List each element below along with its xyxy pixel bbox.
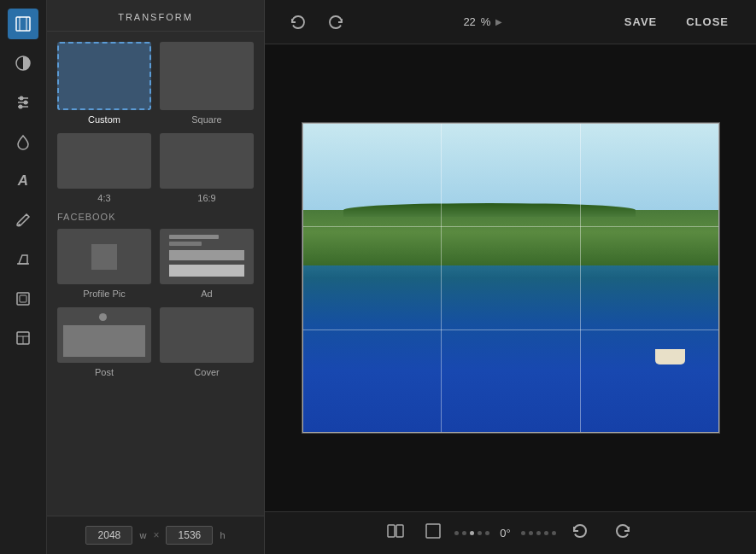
preset-profile-pic-label: Profile Pic	[83, 289, 126, 299]
save-button[interactable]: SAVE	[614, 10, 667, 33]
dot-r2	[529, 531, 533, 535]
zoom-value: 22	[463, 15, 475, 28]
width-label: w	[139, 530, 146, 540]
preset-post[interactable]: Post	[57, 307, 151, 377]
icon-panel[interactable]	[8, 323, 38, 353]
icon-erase[interactable]	[8, 244, 38, 275]
dots-left	[454, 531, 489, 535]
crop-button[interactable]	[417, 516, 449, 550]
preset-post-label: Post	[95, 367, 114, 377]
preset-custom[interactable]: Custom	[57, 42, 151, 125]
zoom-unit: %	[481, 15, 491, 28]
dot-4	[478, 531, 482, 535]
svg-point-10	[18, 224, 21, 226]
svg-rect-17	[388, 525, 395, 537]
canvas-wrapper	[265, 44, 756, 511]
svg-rect-0	[16, 17, 30, 31]
svg-point-7	[24, 101, 28, 105]
angle-value: 0°	[500, 527, 510, 539]
icon-sliders[interactable]	[8, 87, 38, 118]
rotate-right-button[interactable]	[604, 516, 642, 551]
preset-ad-label: Ad	[201, 289, 212, 299]
transform-panel: TRANSFORM Custom Square	[47, 0, 265, 554]
main-area: 22 % ▶ SAVE CLOSE	[265, 0, 756, 554]
preset-43[interactable]: 4:3	[57, 133, 151, 203]
dot-r1	[521, 531, 525, 535]
svg-rect-13	[20, 295, 26, 302]
icon-bar: A	[0, 0, 47, 554]
dot-r5	[552, 531, 556, 535]
redo-button[interactable]	[321, 9, 352, 36]
image-canvas[interactable]	[302, 122, 720, 434]
close-button[interactable]: CLOSE	[676, 10, 739, 33]
preset-square[interactable]: Square	[160, 42, 254, 125]
height-input[interactable]	[166, 526, 213, 545]
zoom-arrow-icon[interactable]: ▶	[495, 17, 502, 26]
dot-r4	[544, 531, 548, 535]
facebook-row1: Profile Pic Ad	[57, 229, 254, 299]
bottom-toolbar: 0°	[265, 511, 756, 554]
ocean-image	[302, 122, 720, 434]
svg-rect-19	[426, 524, 440, 538]
preset-169[interactable]: 16:9	[160, 133, 254, 203]
icon-text[interactable]: A	[8, 166, 38, 196]
icon-brush[interactable]	[8, 205, 38, 236]
width-input[interactable]	[85, 526, 132, 545]
svg-point-5	[20, 96, 24, 101]
preset-cover[interactable]: Cover	[160, 307, 254, 377]
svg-rect-12	[17, 293, 29, 305]
boat	[655, 349, 685, 364]
undo-button[interactable]	[282, 9, 313, 36]
sky-layer	[302, 123, 719, 210]
dot-3-active	[470, 531, 474, 535]
dot-r3	[536, 531, 541, 535]
top-toolbar: 22 % ▶ SAVE CLOSE	[265, 0, 756, 44]
dots-right	[521, 531, 556, 535]
facebook-row2: Post Cover	[57, 307, 254, 377]
preset-square-label: Square	[191, 114, 221, 125]
preset-profile-pic[interactable]: Profile Pic	[57, 229, 151, 299]
facebook-section-label: FACEBOOK	[57, 212, 254, 222]
dimension-separator: ×	[153, 529, 159, 541]
height-label: h	[220, 530, 225, 540]
preset-169-label: 16:9	[197, 193, 215, 203]
dot-2	[462, 531, 466, 535]
land-strip	[302, 210, 719, 265]
icon-frame[interactable]	[8, 283, 38, 314]
icon-adjust[interactable]	[8, 48, 38, 79]
preset-43-label: 4:3	[97, 193, 110, 203]
preset-custom-label: Custom	[88, 114, 120, 125]
svg-rect-18	[396, 525, 403, 537]
preset-cover-label: Cover	[194, 367, 219, 377]
dot-5	[485, 531, 489, 535]
icon-transform[interactable]	[8, 9, 38, 39]
preset-row-ratio: 4:3 16:9	[57, 133, 254, 203]
panel-content: Custom Square 4:3 16:9	[47, 32, 264, 516]
preset-row-custom-square: Custom Square	[57, 42, 254, 125]
svg-point-9	[19, 105, 23, 109]
preset-ad[interactable]: Ad	[160, 229, 254, 299]
split-view-button[interactable]	[379, 516, 412, 550]
dimensions-bar: w × h	[47, 516, 264, 554]
panel-title: TRANSFORM	[47, 0, 264, 32]
angle-display: 0°	[495, 527, 515, 539]
icon-drop[interactable]	[8, 126, 38, 157]
rotate-left-button[interactable]	[561, 516, 599, 551]
dot-1	[454, 531, 459, 535]
zoom-display: 22 % ▶	[463, 15, 502, 28]
